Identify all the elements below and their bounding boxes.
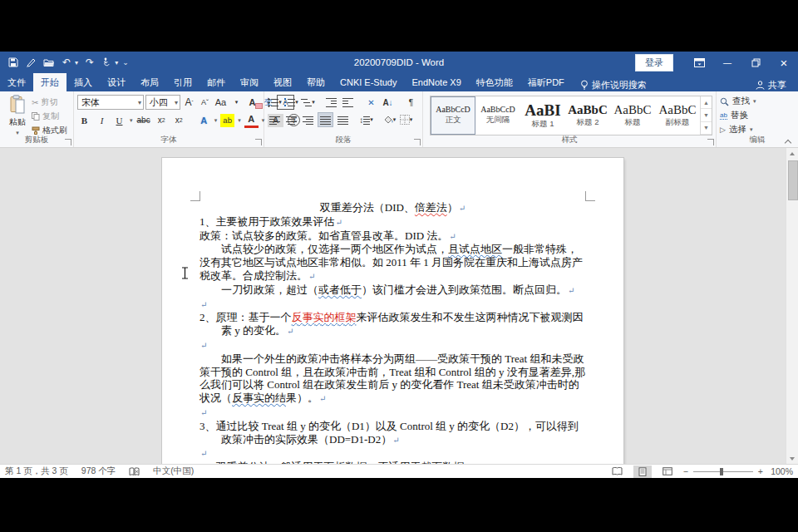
justify-icon[interactable]	[318, 112, 333, 127]
tab-cnki-estudy[interactable]: CNKI E-Study	[332, 73, 404, 91]
tab-home[interactable]: 开始	[33, 73, 66, 91]
decrease-indent-icon[interactable]	[324, 96, 338, 109]
doc-paragraph-9[interactable]: ↵	[200, 406, 586, 420]
font-size-select[interactable]: 小四▾	[145, 95, 180, 110]
bold-button[interactable]: B	[77, 114, 91, 127]
scrollbar-thumb[interactable]	[788, 160, 798, 200]
doc-paragraph-7[interactable]: ↵	[200, 338, 586, 352]
doc-paragraph-2[interactable]: 政策：试点较多的政策。如省直管县改革。DID 法。↵	[200, 229, 586, 244]
borders-icon[interactable]: ▾	[399, 113, 413, 126]
style-card-5[interactable]: AaBbC副标题	[655, 96, 700, 135]
read-mode-icon[interactable]	[608, 466, 627, 478]
font-name-select[interactable]: 宋体▾	[77, 95, 144, 110]
line-spacing-icon[interactable]: ↕▾	[359, 113, 373, 126]
tab-view[interactable]: 视图	[266, 73, 299, 91]
scroll-down-icon[interactable]	[786, 453, 798, 464]
open-folder-icon[interactable]	[43, 57, 55, 67]
clipboard-dialog-launcher[interactable]	[65, 139, 71, 145]
numbering-icon[interactable]: ▾	[284, 96, 298, 109]
find-button[interactable]: 查找▾	[720, 96, 756, 107]
page-content[interactable]: 双重差分法（DID、倍差法）↵1、主要被用于政策效果评估↵政策：试点较多的政策。…	[200, 201, 586, 464]
style-card-2[interactable]: AaBI标题 1	[520, 96, 565, 135]
ink-pen-icon[interactable]	[26, 57, 36, 67]
shading-icon[interactable]: ▾	[382, 113, 397, 126]
zoom-level[interactable]: 100%	[768, 466, 793, 476]
superscript-button[interactable]: x2	[172, 114, 186, 127]
tab-layout[interactable]: 布局	[133, 73, 166, 91]
tab-references[interactable]: 引用	[166, 73, 200, 91]
tab-insert[interactable]: 插入	[66, 73, 100, 91]
styles-dialog-launcher[interactable]	[707, 139, 714, 145]
styles-scroll[interactable]: ▲ ▼ ▼	[700, 96, 712, 135]
tab-features[interactable]: 特色功能	[469, 73, 520, 91]
asian-layout-icon[interactable]: ✕	[364, 96, 378, 109]
strikethrough-button[interactable]: abc	[136, 114, 151, 127]
touch-mode-dropdown-icon[interactable]: ▾	[115, 59, 118, 66]
tab-review[interactable]: 审阅	[233, 73, 266, 91]
vertical-scrollbar[interactable]	[786, 148, 798, 464]
tell-me-search[interactable]: 操作说明搜索	[572, 79, 655, 91]
doc-paragraph-4[interactable]: 一刀切政策，超过（或者低于）该门槛才会进入到政策范围。断点回归。↵	[200, 283, 586, 298]
minimize-button[interactable]: —	[713, 52, 741, 73]
select-button[interactable]: ▷ 选择▾	[720, 124, 756, 135]
grow-font-button[interactable]: Aˆ	[182, 96, 196, 109]
paragraph-dialog-launcher[interactable]	[414, 139, 421, 145]
zoom-slider[interactable]	[693, 471, 753, 472]
print-layout-icon[interactable]	[633, 466, 652, 478]
font-dialog-launcher[interactable]	[255, 139, 262, 145]
close-button[interactable]: ×	[770, 52, 798, 73]
word-count[interactable]: 978 个字	[81, 466, 116, 477]
style-card-0[interactable]: AaBbCcD正文	[431, 96, 475, 135]
doc-paragraph-3[interactable]: 试点较少的政策，仅选择一两个地区作为试点，且试点地区一般非常特殊，没有其它地区与…	[200, 243, 586, 283]
login-button[interactable]: 登录	[635, 54, 673, 71]
style-card-4[interactable]: AaBbC标题	[610, 96, 655, 135]
doc-paragraph-1[interactable]: 1、主要被用于政策效果评估↵	[200, 215, 586, 229]
doc-paragraph-0[interactable]: 双重差分法（DID、倍差法）↵	[200, 201, 586, 215]
paste-button[interactable]: 粘贴 ▾	[3, 94, 32, 137]
tab-foxit-pdf[interactable]: 福昕PDF	[520, 73, 572, 91]
replace-button[interactable]: ab 替换	[720, 110, 756, 121]
italic-button[interactable]: I	[95, 114, 109, 127]
doc-paragraph-6[interactable]: 2、原理：基于一个反事实的框架来评估政策发生和不发生这两种情况下被观测因素 y …	[200, 311, 586, 338]
page-indicator[interactable]: 第 1 页，共 3 页	[5, 466, 68, 477]
zoom-slider-thumb[interactable]	[720, 468, 723, 475]
style-card-3[interactable]: AaBbC标题 2	[565, 96, 610, 135]
cut-button[interactable]: ✂ 剪切	[32, 96, 67, 108]
align-left-icon[interactable]	[268, 113, 282, 126]
clear-formatting-icon[interactable]: A	[245, 96, 259, 109]
tab-design[interactable]: 设计	[100, 73, 133, 91]
undo-icon[interactable]: ↶	[62, 57, 71, 68]
save-icon[interactable]	[8, 57, 18, 67]
sort-icon[interactable]: A↓	[381, 96, 395, 109]
tab-file[interactable]: 文件	[0, 73, 33, 91]
share-button[interactable]: 共享	[744, 79, 798, 91]
restore-button[interactable]	[741, 52, 770, 73]
underline-button[interactable]: U	[112, 114, 126, 127]
shrink-font-button[interactable]: Aˇ	[198, 96, 212, 109]
change-case-button[interactable]: Aa	[214, 96, 228, 109]
tab-help[interactable]: 帮助	[299, 73, 332, 91]
show-marks-icon[interactable]: ¶	[404, 96, 418, 109]
zoom-in-button[interactable]: +	[758, 466, 763, 476]
touch-mode-icon[interactable]	[101, 57, 111, 67]
doc-paragraph-8[interactable]: 如果一个外生的政策冲击将样本分为两组——受政策干预的 Treat 组和未受政策干…	[200, 352, 586, 406]
document-page[interactable]: 双重差分法（DID、倍差法）↵1、主要被用于政策效果评估↵政策：试点较多的政策。…	[162, 158, 623, 464]
scroll-up-icon[interactable]	[786, 148, 798, 159]
language-indicator[interactable]: 中文(中国)	[153, 466, 194, 477]
collapse-ribbon-icon[interactable]	[786, 139, 791, 145]
increase-indent-icon[interactable]	[341, 96, 355, 109]
web-layout-icon[interactable]	[658, 466, 677, 478]
doc-paragraph-12[interactable]: 4、双重差分法一般适用于面板数据，不适用于截面数据↵	[200, 461, 586, 464]
doc-paragraph-11[interactable]: ↵	[200, 446, 586, 461]
distribute-icon[interactable]	[336, 113, 350, 126]
copy-button[interactable]: 复制	[32, 111, 67, 122]
tab-mailings[interactable]: 邮件	[200, 73, 233, 91]
zoom-out-button[interactable]: −	[683, 466, 688, 476]
align-right-icon[interactable]	[301, 113, 315, 126]
proofing-icon[interactable]	[129, 467, 140, 476]
text-effects-icon[interactable]: A	[197, 114, 211, 127]
ribbon-display-options-icon[interactable]	[685, 52, 713, 73]
font-color-icon[interactable]: A	[244, 112, 259, 128]
doc-paragraph-10[interactable]: 3、通过比较 Treat 组 y 的变化（D1）以及 Control 组 y 的…	[200, 420, 586, 447]
style-card-1[interactable]: AaBbCcD无间隔	[475, 96, 520, 135]
